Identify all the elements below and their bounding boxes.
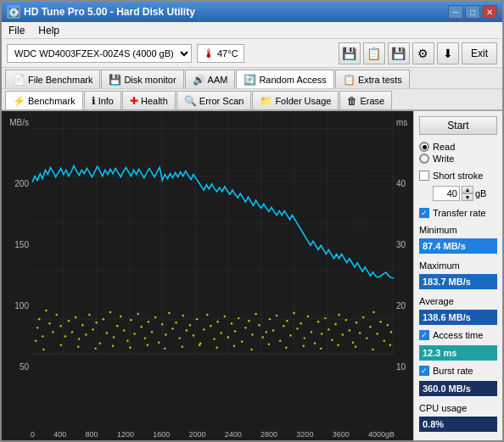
exit-button[interactable]: Exit (462, 42, 497, 64)
svg-point-89 (279, 339, 281, 341)
info-icon: ℹ (92, 95, 96, 107)
svg-point-73 (224, 316, 226, 317)
read-label: Read (433, 142, 455, 152)
burst-rate-item[interactable]: ✓ Burst rate (419, 366, 497, 376)
svg-point-69 (210, 325, 211, 327)
svg-point-91 (286, 320, 288, 322)
access-time-item[interactable]: ✓ Access time (419, 330, 497, 340)
svg-point-137 (303, 345, 305, 347)
disk-monitor-icon: 💾 (109, 74, 121, 86)
write-radio-item[interactable]: Write (419, 154, 497, 164)
tabs-top: 📄 File Benchmark 💾 Disk monitor 🔊 AAM 🔄 … (2, 68, 502, 89)
transfer-rate-item[interactable]: ✓ Transfer rate (419, 208, 497, 218)
toolbar-btn-3[interactable]: 💾 (388, 42, 410, 64)
tab-file-benchmark[interactable]: 📄 File Benchmark (5, 70, 100, 88)
svg-point-139 (337, 344, 339, 346)
svg-point-90 (283, 325, 284, 327)
svg-point-110 (352, 341, 354, 343)
svg-point-123 (60, 344, 62, 346)
svg-point-84 (262, 336, 264, 338)
erase-icon: 🗑 (347, 95, 357, 107)
svg-point-45 (126, 339, 128, 341)
tab-health-label: Health (141, 96, 168, 106)
toolbar-btn-5[interactable]: ⬇ (437, 42, 459, 64)
svg-point-99 (314, 343, 316, 344)
error-scan-icon: 🔍 (184, 95, 197, 107)
chart-area: MB/s 200 150 100 50 ms 40 30 20 10 (2, 111, 413, 440)
tab-folder-usage[interactable]: 📁 Folder Usage (252, 91, 339, 109)
svg-point-65 (196, 318, 198, 320)
svg-point-106 (338, 314, 339, 316)
access-time-checkbox[interactable]: ✓ (419, 330, 429, 340)
health-icon: ✚ (130, 95, 138, 107)
svg-point-96 (304, 337, 305, 338)
tab-error-scan-label: Error Scan (199, 96, 244, 106)
toolbar-btn-4[interactable]: ⚙ (412, 42, 434, 64)
svg-point-67 (203, 328, 204, 330)
svg-point-125 (94, 348, 96, 350)
burst-rate-value-bar: 360.0 MB/s (419, 381, 497, 396)
extra-tests-icon: 📋 (343, 74, 356, 86)
close-button[interactable]: ✕ (482, 5, 497, 19)
y-label-mbs: MB/s (2, 118, 29, 127)
toolbar-icon-group: 💾 📋 💾 ⚙ ⬇ Exit (339, 42, 497, 64)
svg-point-108 (345, 319, 347, 321)
read-write-group: Read Write (419, 142, 497, 164)
read-radio-button[interactable] (419, 142, 429, 152)
svg-point-120 (387, 324, 389, 326)
short-stroke-checkbox[interactable] (419, 171, 429, 181)
drive-select[interactable]: WDC WD4003FZEX-00Z4S (4000 gB) (7, 44, 192, 63)
svg-point-54 (158, 341, 160, 343)
svg-point-46 (130, 319, 132, 321)
toolbar-btn-1[interactable]: 💾 (339, 42, 361, 64)
write-radio-button[interactable] (419, 154, 429, 164)
average-value-bar: 138.6 MB/s (419, 310, 497, 325)
svg-point-101 (321, 333, 322, 334)
x-label-2800: 2800 (260, 430, 277, 439)
gb-spin-down[interactable]: ▼ (462, 193, 473, 201)
svg-point-57 (168, 312, 170, 314)
svg-point-111 (356, 322, 357, 323)
svg-point-115 (369, 326, 371, 327)
read-radio-item[interactable]: Read (419, 142, 497, 152)
y-label-50: 50 (2, 362, 29, 372)
y-label-200: 200 (2, 179, 29, 188)
svg-point-75 (231, 322, 232, 324)
aam-icon: 🔊 (193, 74, 205, 86)
tab-aam[interactable]: 🔊 AAM (185, 70, 236, 88)
gb-spin-up[interactable]: ▲ (462, 186, 473, 193)
start-button[interactable]: Start (419, 116, 497, 135)
access-time-value-bar: 12.3 ms (419, 345, 497, 361)
tab-extra-tests[interactable]: 📋 Extra tests (335, 70, 410, 88)
svg-point-85 (266, 331, 267, 333)
tab-info[interactable]: ℹ Info (84, 91, 121, 109)
svg-point-26 (60, 325, 62, 327)
svg-point-131 (199, 344, 200, 346)
svg-point-95 (300, 322, 301, 324)
short-stroke-item[interactable]: Short stroke (419, 171, 497, 181)
svg-point-98 (311, 331, 312, 333)
svg-point-25 (35, 339, 36, 341)
gb-input[interactable] (433, 186, 460, 201)
svg-point-53 (154, 316, 156, 318)
svg-point-24 (55, 314, 57, 316)
svg-point-64 (193, 334, 194, 336)
tab-error-scan[interactable]: 🔍 Error Scan (176, 91, 252, 109)
tab-benchmark[interactable]: ⚡ Benchmark (5, 91, 83, 109)
toolbar-btn-2[interactable]: 📋 (363, 42, 385, 64)
menu-file[interactable]: File (7, 25, 26, 36)
x-label-0: 0 (31, 430, 35, 439)
menu-help[interactable]: Help (36, 25, 61, 36)
folder-usage-icon: 📁 (260, 95, 272, 107)
tab-disk-monitor[interactable]: 💾 Disk monitor (101, 70, 183, 88)
tab-folder-usage-label: Folder Usage (275, 96, 331, 106)
burst-rate-checkbox[interactable]: ✓ (419, 366, 429, 376)
tab-random-access[interactable]: 🔄 Random Access (236, 70, 333, 88)
maximize-button[interactable]: □ (465, 5, 480, 19)
svg-point-109 (349, 329, 350, 331)
gb-unit-label: gB (475, 188, 486, 199)
tab-erase[interactable]: 🗑 Erase (339, 91, 392, 109)
tab-health[interactable]: ✚ Health (122, 91, 176, 109)
transfer-rate-checkbox[interactable]: ✓ (419, 208, 429, 218)
minimize-button[interactable]: ─ (448, 5, 463, 19)
